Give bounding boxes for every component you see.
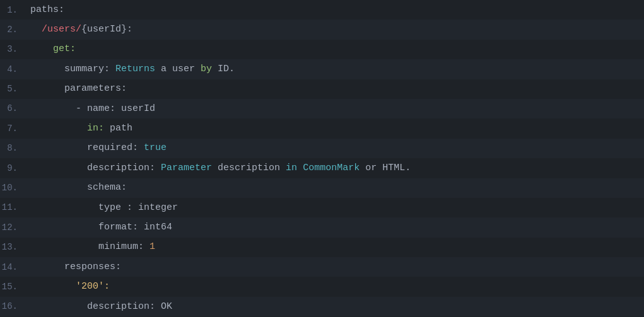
code-segment: - name: userId xyxy=(30,103,155,114)
code-segment: Returns xyxy=(115,64,155,74)
code-editor: 1.paths:2. /users/{userId}:3. get:4. sum… xyxy=(0,0,644,317)
line-content: description: OK xyxy=(25,299,644,314)
code-segment: true xyxy=(144,142,167,153)
code-line: 14. responses: xyxy=(0,257,644,277)
code-segment: a user xyxy=(155,64,201,74)
code-segment: required: xyxy=(30,142,144,153)
code-segment: CommonMark xyxy=(303,163,360,173)
line-content: '200': xyxy=(25,279,644,294)
code-segment: paths: xyxy=(30,4,64,15)
line-content: summary: Returns a user by ID. xyxy=(25,62,644,77)
line-number: 6. xyxy=(0,101,25,115)
code-line: 1.paths: xyxy=(0,0,644,20)
code-segment: summary: xyxy=(30,64,115,74)
line-number: 3. xyxy=(0,42,25,56)
code-segment: in xyxy=(286,163,297,173)
line-number: 9. xyxy=(0,161,25,175)
line-content: responses: xyxy=(25,260,644,275)
line-number: 4. xyxy=(0,62,25,76)
line-content: schema: xyxy=(25,180,644,195)
code-segment: get: xyxy=(53,43,76,54)
line-content: in: path xyxy=(25,121,644,136)
line-number: 14. xyxy=(0,260,25,274)
line-number: 15. xyxy=(0,280,25,294)
line-content: /users/{userId}: xyxy=(25,22,644,37)
code-line: 7. in: path xyxy=(0,118,644,138)
code-segment: description xyxy=(212,163,286,173)
code-segment: or HTML. xyxy=(360,163,411,173)
code-segment: schema: xyxy=(30,182,127,193)
line-content: paths: xyxy=(25,3,644,18)
line-number: 8. xyxy=(0,141,25,155)
line-content: get: xyxy=(25,42,644,57)
code-segment: in: xyxy=(87,123,104,134)
code-segment: parameters: xyxy=(30,83,127,94)
line-content: minimum: 1 xyxy=(25,239,644,255)
code-segment: /users/ xyxy=(42,24,81,35)
code-line: 15. '200': xyxy=(0,277,644,296)
code-segment: by xyxy=(201,64,212,74)
line-number: 10. xyxy=(0,181,25,195)
code-segment: responses: xyxy=(30,262,121,272)
code-line: 8. required: true xyxy=(0,139,644,158)
line-number: 11. xyxy=(0,200,25,214)
code-segment: 1 xyxy=(149,241,155,252)
code-segment: path xyxy=(104,123,132,134)
code-segment: format: int64 xyxy=(30,222,172,233)
code-segment: ID. xyxy=(212,64,235,74)
code-line: 6. - name: userId xyxy=(0,99,644,118)
code-line: 5. parameters: xyxy=(0,79,644,99)
line-content: parameters: xyxy=(25,81,644,96)
line-content: required: true xyxy=(25,141,644,156)
code-segment: {userId} xyxy=(81,24,127,35)
code-line: 9. description: Parameter description in… xyxy=(0,158,644,178)
code-segment xyxy=(30,123,87,134)
line-content: type : integer xyxy=(25,200,644,216)
line-content: format: int64 xyxy=(25,220,644,235)
line-number: 1. xyxy=(0,3,25,17)
code-line: 4. summary: Returns a user by ID. xyxy=(0,59,644,79)
line-content: description: Parameter description in Co… xyxy=(25,161,644,176)
line-number: 16. xyxy=(0,299,25,313)
code-line: 11. type : integer xyxy=(0,198,644,217)
code-segment: Parameter xyxy=(161,163,212,173)
code-segment xyxy=(30,43,53,54)
code-segment: description: OK xyxy=(30,301,172,312)
code-segment xyxy=(297,163,303,173)
code-segment: '200': xyxy=(76,281,110,292)
code-line: 13. minimum: 1 xyxy=(0,238,644,257)
line-number: 2. xyxy=(0,23,25,37)
line-number: 7. xyxy=(0,122,25,135)
code-line: 10. schema: xyxy=(0,178,644,198)
code-segment: description: xyxy=(30,163,161,173)
code-segment: : xyxy=(127,24,132,35)
line-number: 5. xyxy=(0,82,25,96)
line-number: 12. xyxy=(0,221,25,234)
code-segment xyxy=(30,24,42,35)
code-line: 12. format: int64 xyxy=(0,217,644,237)
code-line: 2. /users/{userId}: xyxy=(0,20,644,39)
line-number: 13. xyxy=(0,240,25,254)
code-line: 16. description: OK xyxy=(0,297,644,316)
line-content: - name: userId xyxy=(25,101,644,117)
code-line: 3. get: xyxy=(0,40,644,59)
code-segment: type : integer xyxy=(30,202,178,213)
code-segment xyxy=(30,281,76,292)
code-segment: minimum: xyxy=(30,241,149,252)
